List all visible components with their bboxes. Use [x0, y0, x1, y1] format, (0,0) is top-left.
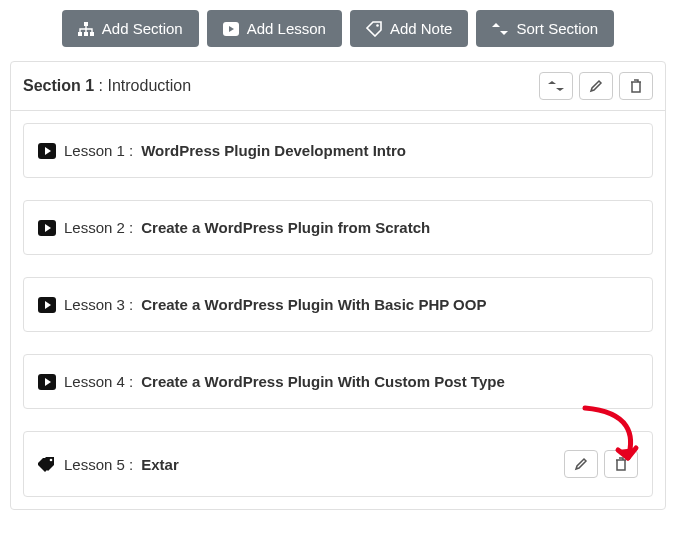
- lesson-row[interactable]: Lesson 3 : Create a WordPress Plugin Wit…: [23, 277, 653, 332]
- section-edit-button[interactable]: [579, 72, 613, 100]
- add-section-button[interactable]: Add Section: [62, 10, 199, 47]
- svg-rect-2: [84, 32, 88, 36]
- play-icon: [38, 374, 56, 390]
- section-header: Section 1 : Introduction: [11, 62, 665, 111]
- sort-section-label: Sort Section: [516, 20, 598, 37]
- section-name: Introduction: [107, 77, 191, 94]
- lesson-name: Create a WordPress Plugin from Scratch: [141, 219, 430, 236]
- tag-icon: [366, 21, 382, 37]
- play-icon: [38, 220, 56, 236]
- sort-icon: [548, 81, 564, 91]
- pencil-icon: [589, 79, 603, 93]
- tag-icon: [38, 455, 56, 473]
- section-block: Section 1 : Introduction Lesson 1 : Word…: [10, 61, 666, 510]
- lesson-edit-button[interactable]: [564, 450, 598, 478]
- pencil-icon: [574, 457, 588, 471]
- lesson-prefix: Lesson 5 :: [64, 456, 133, 473]
- add-note-label: Add Note: [390, 20, 453, 37]
- lesson-name: Create a WordPress Plugin With Basic PHP…: [141, 296, 486, 313]
- svg-rect-0: [84, 22, 88, 26]
- lesson-name: Extar: [141, 456, 179, 473]
- section-sort-button[interactable]: [539, 72, 573, 100]
- lesson-name: Create a WordPress Plugin With Custom Po…: [141, 373, 505, 390]
- play-icon: [38, 143, 56, 159]
- svg-point-5: [376, 24, 379, 27]
- play-icon: [223, 22, 239, 36]
- section-actions: [539, 72, 653, 100]
- lesson-row[interactable]: Lesson 4 : Create a WordPress Plugin Wit…: [23, 354, 653, 409]
- lesson-prefix: Lesson 3 :: [64, 296, 133, 313]
- lesson-actions: [564, 450, 638, 478]
- lesson-prefix: Lesson 1 :: [64, 142, 133, 159]
- lesson-row[interactable]: Lesson 2 : Create a WordPress Plugin fro…: [23, 200, 653, 255]
- add-note-button[interactable]: Add Note: [350, 10, 469, 47]
- lessons-list: Lesson 1 : WordPress Plugin Development …: [11, 111, 665, 509]
- lesson-prefix: Lesson 2 :: [64, 219, 133, 236]
- add-lesson-label: Add Lesson: [247, 20, 326, 37]
- add-section-label: Add Section: [102, 20, 183, 37]
- lesson-prefix: Lesson 4 :: [64, 373, 133, 390]
- sort-icon: [492, 23, 508, 35]
- sitemap-icon: [78, 22, 94, 36]
- lesson-delete-button[interactable]: [604, 450, 638, 478]
- lesson-name: WordPress Plugin Development Intro: [141, 142, 406, 159]
- course-builder-toolbar: Add Section Add Lesson Add Note Sort Sec…: [10, 10, 666, 47]
- section-title: Section 1 : Introduction: [23, 77, 539, 95]
- section-prefix: Section 1: [23, 77, 94, 94]
- svg-point-10: [50, 459, 53, 462]
- sort-section-button[interactable]: Sort Section: [476, 10, 614, 47]
- add-lesson-button[interactable]: Add Lesson: [207, 10, 342, 47]
- svg-rect-1: [78, 32, 82, 36]
- trash-icon: [615, 457, 627, 471]
- play-icon: [38, 297, 56, 313]
- lesson-row[interactable]: Lesson 5 : Extar: [23, 431, 653, 497]
- section-sep: :: [94, 77, 107, 94]
- svg-rect-3: [90, 32, 94, 36]
- lesson-row[interactable]: Lesson 1 : WordPress Plugin Development …: [23, 123, 653, 178]
- section-delete-button[interactable]: [619, 72, 653, 100]
- trash-icon: [630, 79, 642, 93]
